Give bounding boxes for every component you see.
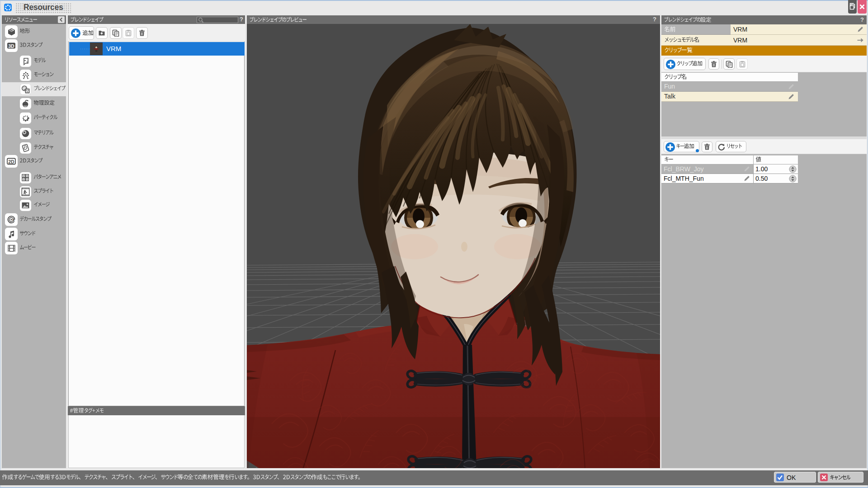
svg-text:3D: 3D xyxy=(8,43,14,49)
svg-text:D: D xyxy=(13,218,15,221)
svg-text:2D: 2D xyxy=(8,159,14,164)
